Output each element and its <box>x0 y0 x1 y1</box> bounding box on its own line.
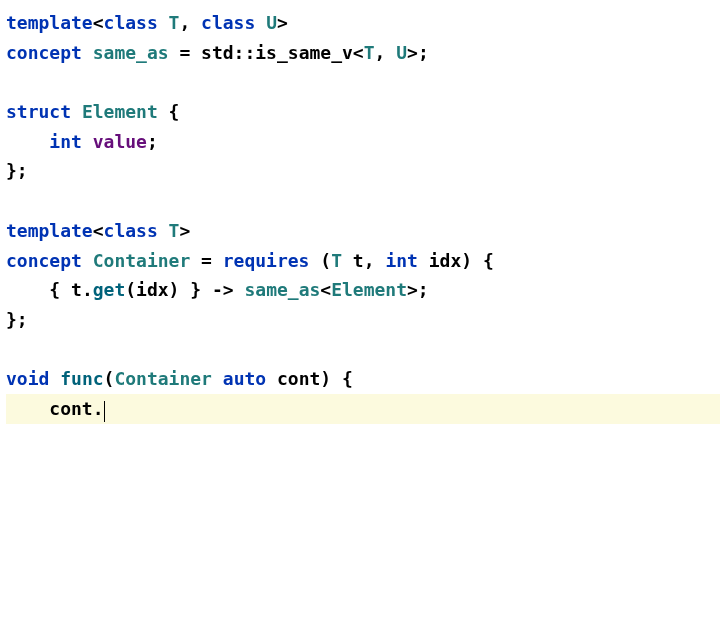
keyword-template: template <box>6 12 93 33</box>
code-block: template<class T, class U> concept same_… <box>6 8 720 424</box>
text-caret <box>104 401 106 422</box>
code-editor[interactable]: template<class T, class U> concept same_… <box>6 8 720 424</box>
active-line: cont. <box>6 394 720 424</box>
